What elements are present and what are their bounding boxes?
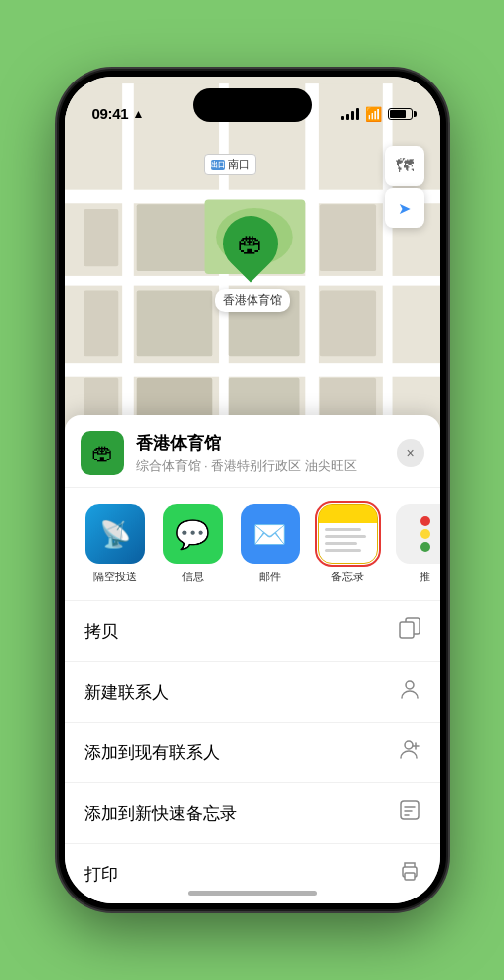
svg-rect-34 <box>405 873 415 880</box>
location-icon: ▲ <box>132 107 144 121</box>
notes-label: 备忘录 <box>331 570 364 584</box>
status-icons: 📶 <box>341 106 413 122</box>
messages-label: 信息 <box>182 570 204 584</box>
svg-rect-10 <box>136 204 212 271</box>
bottom-sheet: 🏟 香港体育馆 综合体育馆 · 香港特别行政区 油尖旺区 × 📡 隔空投送 <box>65 415 440 903</box>
map-controls: 🗺 ➤ <box>385 146 424 228</box>
share-item-more[interactable]: 推 <box>391 504 440 584</box>
mail-label: 邮件 <box>259 570 281 584</box>
share-item-notes[interactable]: 备忘录 <box>313 504 383 584</box>
map-label-icon: 出口 <box>211 160 225 170</box>
close-button[interactable]: × <box>397 439 424 467</box>
dot-red <box>420 516 430 526</box>
venue-emoji: 🏟 <box>91 440 113 466</box>
action-new-contact[interactable]: 新建联系人 <box>65 662 440 723</box>
more-dots <box>420 516 430 552</box>
map-type-icon: 🗺 <box>396 156 414 177</box>
notes-line-1 <box>325 528 362 531</box>
phone-frame: 09:41 ▲ 📶 <box>59 71 446 909</box>
print-label: 打印 <box>84 863 118 886</box>
share-item-mail[interactable]: ✉️ 邮件 <box>236 504 305 584</box>
airdrop-label: 隔空投送 <box>93 570 137 584</box>
messages-icon: 💬 <box>175 518 210 551</box>
new-contact-label: 新建联系人 <box>84 681 169 704</box>
notes-icon-bg <box>318 504 378 564</box>
signal-bar-1 <box>341 116 344 120</box>
venue-header: 🏟 香港体育馆 综合体育馆 · 香港特别行政区 油尖旺区 × <box>65 415 440 488</box>
action-add-notes[interactable]: 添加到新快速备忘录 <box>65 783 440 844</box>
notes-line-4 <box>325 549 362 552</box>
my-location-icon: ➤ <box>398 199 411 218</box>
svg-rect-11 <box>136 290 212 356</box>
add-notes-label: 添加到新快速备忘录 <box>84 802 237 825</box>
venue-info: 香港体育馆 综合体育馆 · 香港特别行政区 油尖旺区 <box>136 432 397 475</box>
location-button[interactable]: ➤ <box>385 188 424 228</box>
action-copy[interactable]: 拷贝 <box>65 601 440 662</box>
copy-label: 拷贝 <box>84 620 118 643</box>
add-existing-label: 添加到现有联系人 <box>84 741 220 764</box>
notes-line-3 <box>325 542 357 545</box>
more-icon-bg <box>396 504 440 564</box>
dynamic-island <box>193 88 312 122</box>
close-icon: × <box>406 445 414 461</box>
notes-yellow-header <box>319 505 377 523</box>
share-item-messages[interactable]: 💬 信息 <box>158 504 228 584</box>
svg-point-26 <box>405 741 413 749</box>
svg-rect-15 <box>319 204 375 271</box>
home-indicator <box>188 891 317 896</box>
share-item-airdrop[interactable]: 📡 隔空投送 <box>81 504 150 584</box>
signal-bar-2 <box>346 114 349 120</box>
notes-line-2 <box>325 535 366 538</box>
new-contact-icon <box>399 678 420 706</box>
svg-point-25 <box>406 681 414 689</box>
battery-fill <box>390 110 407 118</box>
phone-screen: 09:41 ▲ 📶 <box>65 77 440 903</box>
venue-icon: 🏟 <box>81 431 124 475</box>
svg-rect-12 <box>84 290 118 356</box>
action-add-existing[interactable]: 添加到现有联系人 <box>65 723 440 783</box>
wifi-icon: 📶 <box>365 106 382 122</box>
svg-rect-29 <box>401 801 419 819</box>
map-label-text: 南口 <box>228 157 250 172</box>
status-time: 09:41 <box>92 105 129 122</box>
svg-rect-16 <box>319 290 375 356</box>
venue-description: 综合体育馆 · 香港特别行政区 油尖旺区 <box>136 457 397 475</box>
messages-icon-bg: 💬 <box>163 504 223 564</box>
mail-icon: ✉️ <box>252 518 287 551</box>
dot-green <box>420 542 430 552</box>
dot-yellow <box>420 529 430 539</box>
add-notes-icon <box>399 799 420 827</box>
venue-name: 香港体育馆 <box>136 432 397 455</box>
notes-lines-container <box>319 523 377 557</box>
print-icon <box>399 860 420 888</box>
airdrop-icon: 📡 <box>99 519 131 550</box>
copy-icon <box>399 617 420 645</box>
map-type-button[interactable]: 🗺 <box>385 146 424 186</box>
location-pin: 🏟 香港体育馆 <box>215 216 290 312</box>
signal-bar-3 <box>351 111 354 120</box>
signal-bar-4 <box>356 108 359 120</box>
share-row: 📡 隔空投送 💬 信息 ✉️ 邮件 <box>65 488 440 601</box>
add-existing-icon <box>399 738 420 766</box>
pin-shape: 🏟 <box>211 204 289 282</box>
airdrop-icon-bg: 📡 <box>85 504 145 564</box>
svg-rect-9 <box>84 209 118 266</box>
map-label: 出口 南口 <box>204 154 256 175</box>
mail-icon-bg: ✉️ <box>241 504 300 564</box>
pin-emoji: 🏟 <box>238 229 263 259</box>
battery-icon <box>388 108 413 120</box>
svg-rect-24 <box>400 622 414 638</box>
pin-label: 香港体育馆 <box>215 289 290 312</box>
more-label: 推 <box>420 570 430 584</box>
signal-bars <box>341 108 359 120</box>
